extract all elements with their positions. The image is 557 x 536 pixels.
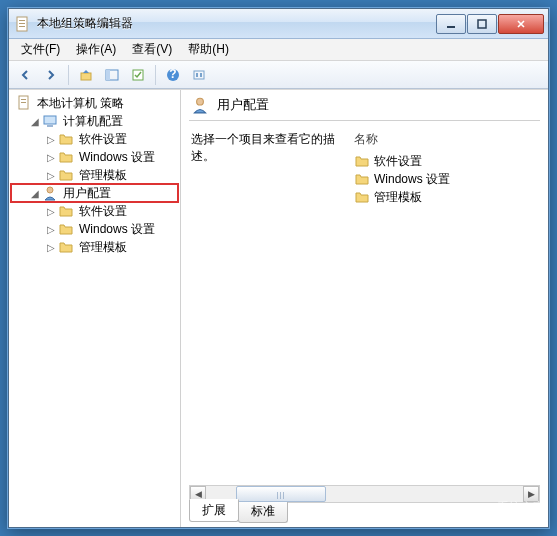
svg-rect-6 [81,73,91,80]
folder-icon [354,189,370,205]
tree-computer-config[interactable]: ◢ 计算机配置 [11,112,178,130]
tree-label: 用户配置 [61,184,113,203]
svg-rect-5 [478,20,486,28]
tree-software-settings[interactable]: ▷软件设置 [11,130,178,148]
tree-label: 计算机配置 [61,112,125,131]
tree-label: 软件设置 [77,202,129,221]
menu-help[interactable]: 帮助(H) [180,39,237,60]
user-icon [42,185,58,201]
toolbar-separator [68,65,69,85]
expand-icon[interactable]: ▷ [45,224,57,235]
back-button[interactable] [13,63,37,87]
toolbar-separator [155,65,156,85]
help-button[interactable]: ? [161,63,185,87]
tree-label: 管理模板 [77,238,129,257]
scroll-thumb[interactable]: ||| [236,486,326,502]
tree-label: 本地计算机 策略 [35,94,126,113]
svg-rect-8 [106,70,110,80]
scroll-right-button[interactable]: ▶ [523,486,539,502]
list-item[interactable]: 软件设置 [354,152,540,170]
folder-icon [58,167,74,183]
maximize-button[interactable] [467,14,497,34]
minimize-button[interactable] [436,14,466,34]
folder-icon [58,221,74,237]
svg-rect-17 [21,102,26,103]
list-area[interactable]: 名称 软件设置 Windows 设置 管理模板 [354,131,540,481]
tree-user-config[interactable]: ◢ 用户配置 [11,184,178,202]
menu-view[interactable]: 查看(V) [124,39,180,60]
details-panel: 用户配置 选择一个项目来查看它的描述。 名称 软件设置 Windows 设置 管… [181,90,548,527]
list-item-label: 软件设置 [374,153,422,170]
view-tabs: 扩展 标准 [181,505,548,527]
tree-label: 管理模板 [77,166,129,185]
svg-rect-4 [447,26,455,28]
horizontal-scrollbar[interactable]: ◀ ||| ▶ [189,485,540,503]
list-item-label: 管理模板 [374,189,422,206]
collapse-icon[interactable]: ◢ [29,116,41,127]
tree-label: Windows 设置 [77,220,157,239]
list-item[interactable]: Windows 设置 [354,170,540,188]
menu-action[interactable]: 操作(A) [68,39,124,60]
show-hide-tree-button[interactable] [100,63,124,87]
tree-label: Windows 设置 [77,148,157,167]
svg-rect-18 [44,116,56,124]
folder-icon [58,149,74,165]
tree-label: 软件设置 [77,130,129,149]
tree-panel[interactable]: 本地计算机 策略 ◢ 计算机配置 ▷软件设置 ▷Windows 设置 ▷管理模板… [9,90,181,527]
app-icon [15,16,31,32]
computer-icon [42,113,58,129]
svg-rect-19 [47,125,53,127]
filter-button[interactable] [187,63,211,87]
tree-windows-settings[interactable]: ▷Windows 设置 [11,220,178,238]
details-title: 用户配置 [217,96,269,114]
folder-icon [58,239,74,255]
document-icon [16,95,32,111]
list-item-label: Windows 设置 [374,171,450,188]
properties-button[interactable] [126,63,150,87]
svg-rect-2 [19,23,25,24]
expand-icon[interactable]: ▷ [45,134,57,145]
menu-file[interactable]: 文件(F) [13,39,68,60]
up-button[interactable] [74,63,98,87]
scroll-track[interactable]: ||| [206,486,523,502]
tab-extended[interactable]: 扩展 [189,499,239,522]
folder-icon [354,153,370,169]
column-header-name[interactable]: 名称 [354,131,540,152]
user-icon [191,96,209,114]
svg-rect-16 [21,99,26,100]
forward-button[interactable] [39,63,63,87]
tree-software-settings[interactable]: ▷软件设置 [11,202,178,220]
expand-icon[interactable]: ▷ [45,170,57,181]
window-title: 本地组策略编辑器 [37,15,435,32]
svg-rect-14 [200,73,202,77]
details-header: 用户配置 [181,90,548,120]
folder-icon [354,171,370,187]
expand-icon[interactable]: ▷ [45,242,57,253]
toolbar: ? [9,61,548,89]
menubar: 文件(F) 操作(A) 查看(V) 帮助(H) [9,39,548,61]
gpedit-window: 本地组策略编辑器 文件(F) 操作(A) 查看(V) 帮助(H) ? 本地计算机… [8,8,549,528]
folder-icon [58,203,74,219]
expand-icon[interactable]: ▷ [45,206,57,217]
list-item[interactable]: 管理模板 [354,188,540,206]
collapse-icon[interactable]: ◢ [29,188,41,199]
tab-standard[interactable]: 标准 [238,500,288,523]
titlebar[interactable]: 本地组策略编辑器 [9,9,548,39]
tree-windows-settings[interactable]: ▷Windows 设置 [11,148,178,166]
svg-point-21 [197,98,204,105]
svg-point-20 [47,187,53,193]
close-button[interactable] [498,14,544,34]
description-text: 选择一个项目来查看它的描述。 [191,131,346,481]
svg-rect-1 [19,20,25,21]
svg-rect-13 [196,73,198,77]
svg-rect-3 [19,26,25,27]
svg-text:?: ? [169,68,176,81]
tree-admin-templates[interactable]: ▷管理模板 [11,166,178,184]
tree-root[interactable]: 本地计算机 策略 [11,94,178,112]
svg-rect-12 [194,71,204,79]
folder-icon [58,131,74,147]
tree-admin-templates[interactable]: ▷管理模板 [11,238,178,256]
expand-icon[interactable]: ▷ [45,152,57,163]
